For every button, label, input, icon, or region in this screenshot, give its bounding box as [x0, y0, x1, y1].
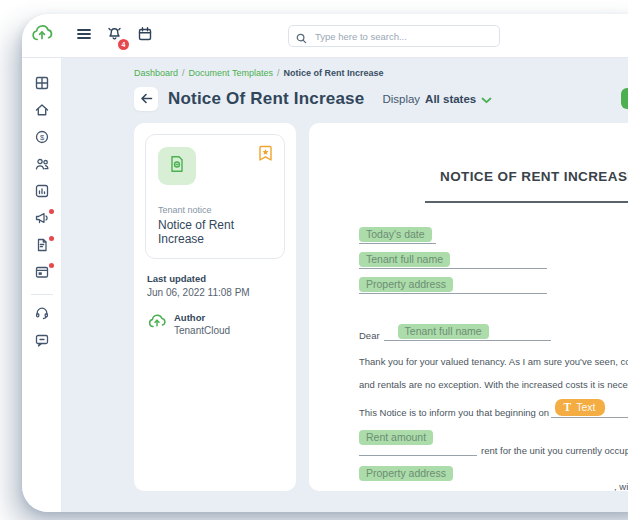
template-doc-tile: [158, 147, 196, 185]
author-row: Author TenantCloud: [147, 312, 283, 336]
field-group-property-address: Property address: [359, 274, 628, 294]
template-panel: Tenant notice Notice of Rent Increase La…: [134, 123, 296, 491]
sidebar-item-payments[interactable]: $: [29, 126, 55, 152]
megaphone-icon: [34, 210, 50, 230]
last-updated-value: Jun 06, 2022 11:08 PM: [147, 287, 283, 298]
search-input[interactable]: [288, 25, 500, 47]
blank-line: TText: [551, 400, 628, 418]
document-title: NOTICE OF RENT INCREASE: [440, 169, 628, 184]
logo-cell[interactable]: [22, 22, 62, 50]
rent-amount-group: Rent amount rent for the unit you curren…: [359, 427, 628, 456]
notifications-button[interactable]: 4: [106, 25, 123, 46]
blank-line: Tenant full name: [384, 324, 551, 341]
text-badge[interactable]: TText: [555, 399, 605, 416]
field-group-tenant-name: Tenant full name: [359, 249, 628, 269]
blank-line: [359, 445, 477, 456]
sidebar-item-feedback[interactable]: [29, 329, 55, 355]
breadcrumb: Dashboard / Document Templates / Notice …: [134, 68, 628, 78]
author-label: Author: [174, 312, 230, 323]
author-cloud-icon: [147, 312, 167, 336]
breadcrumb-dashboard[interactable]: Dashboard: [134, 68, 178, 78]
notification-count-badge: 4: [118, 39, 129, 50]
sidebar-item-reports[interactable]: [29, 180, 55, 206]
author-block: Author TenantCloud: [174, 312, 230, 336]
field-badge-tenant-name[interactable]: Tenant full name: [359, 252, 450, 267]
author-name: TenantCloud: [174, 325, 230, 336]
hamburger-icon: [76, 27, 92, 45]
blank-line: [359, 243, 436, 244]
sidebar-item-documents[interactable]: [29, 234, 55, 260]
rent-unit-text: rent for the unit you currently occupy,: [481, 445, 628, 456]
card-icon: [34, 264, 50, 284]
green-document-icon: [167, 154, 187, 178]
field-badge-property-address[interactable]: Property address: [359, 466, 453, 481]
chevron-down-icon: [481, 90, 492, 108]
paragraph-1: Thank you for your valued tenancy. As I …: [359, 356, 628, 367]
property-address-line: , will: [359, 481, 628, 491]
display-value: All states: [425, 93, 476, 105]
sidebar-rail: $: [22, 58, 62, 512]
rent-amount-line: rent for the unit you currently occupy,: [359, 445, 628, 456]
hamburger-menu-button[interactable]: [76, 27, 92, 45]
breadcrumb-document-templates[interactable]: Document Templates: [189, 68, 273, 78]
sidebar-item-marketing[interactable]: [29, 207, 55, 233]
primary-action-button-partial[interactable]: [621, 88, 628, 109]
bar-chart-icon: [34, 183, 50, 203]
paragraph-2: and rentals are no exception. With the i…: [359, 379, 628, 390]
field-badge-tenant-name[interactable]: Tenant full name: [398, 324, 489, 339]
last-updated-label: Last updated: [147, 273, 283, 284]
page-header: Notice Of Rent Increase Display All stat…: [134, 87, 628, 111]
template-meta: Last updated Jun 06, 2022 11:08 PM Auth: [145, 259, 285, 336]
content-area: Dashboard / Document Templates / Notice …: [62, 58, 628, 512]
display-label: Display: [382, 93, 420, 105]
breadcrumb-current: Notice of Rent Increase: [283, 68, 383, 78]
blank-line: [359, 481, 614, 491]
people-icon: [34, 156, 50, 176]
field-badge-todays-date[interactable]: Today's date: [359, 227, 432, 242]
beginning-text: This Notice is to inform you that beginn…: [359, 407, 549, 418]
bookmark-star-icon[interactable]: [258, 145, 273, 166]
field-group-todays-date: Today's date: [359, 224, 628, 244]
document-preview: NOTICE OF RENT INCREASE Today's date Ten…: [309, 123, 628, 491]
sidebar-item-dashboard[interactable]: [29, 72, 55, 98]
field-badge-rent-amount[interactable]: Rent amount: [359, 430, 433, 445]
dear-line: Dear Tenant full name: [359, 324, 628, 341]
search-icon: [296, 30, 307, 48]
arrow-left-icon: [140, 90, 153, 108]
svg-text:$: $: [39, 133, 44, 142]
document-fields: Today's date Tenant full name Property a…: [359, 224, 628, 294]
red-dot-indicator: [49, 236, 54, 241]
breadcrumb-separator: /: [182, 68, 185, 78]
sidebar-item-home[interactable]: [29, 99, 55, 125]
template-category: Tenant notice: [158, 205, 272, 215]
field-badge-property-address[interactable]: Property address: [359, 277, 453, 292]
topbar: 4: [22, 14, 628, 58]
screenshot-stage: 4: [0, 0, 628, 520]
chat-icon: [34, 332, 50, 352]
body-row: $: [22, 58, 628, 512]
calendar-button[interactable]: [137, 26, 153, 46]
sidebar-item-contacts[interactable]: [29, 153, 55, 179]
headset-icon: [34, 305, 50, 325]
document-title-underline: [425, 201, 628, 203]
document-icon: [34, 237, 50, 257]
template-name: Notice of Rent Increase: [158, 218, 272, 246]
breadcrumb-separator: /: [277, 68, 280, 78]
tenantcloud-logo-icon: [30, 22, 54, 50]
sidebar-item-support[interactable]: [29, 302, 55, 328]
back-button[interactable]: [134, 87, 158, 111]
grid-icon: [34, 75, 50, 95]
property-address-group: Property address , will: [359, 463, 628, 491]
display-filter[interactable]: Display All states: [382, 90, 492, 108]
main-row: Tenant notice Notice of Rent Increase La…: [134, 123, 628, 491]
will-text: , will: [614, 481, 628, 491]
calendar-icon: [137, 26, 153, 46]
blank-line: [359, 293, 547, 294]
global-search: [288, 25, 500, 47]
dear-text: Dear: [359, 330, 380, 341]
template-card[interactable]: Tenant notice Notice of Rent Increase: [145, 134, 285, 259]
sidebar-item-templates[interactable]: [29, 261, 55, 287]
sidebar-divider: [31, 294, 53, 295]
app-window: 4: [22, 14, 628, 512]
red-dot-indicator: [49, 209, 54, 214]
